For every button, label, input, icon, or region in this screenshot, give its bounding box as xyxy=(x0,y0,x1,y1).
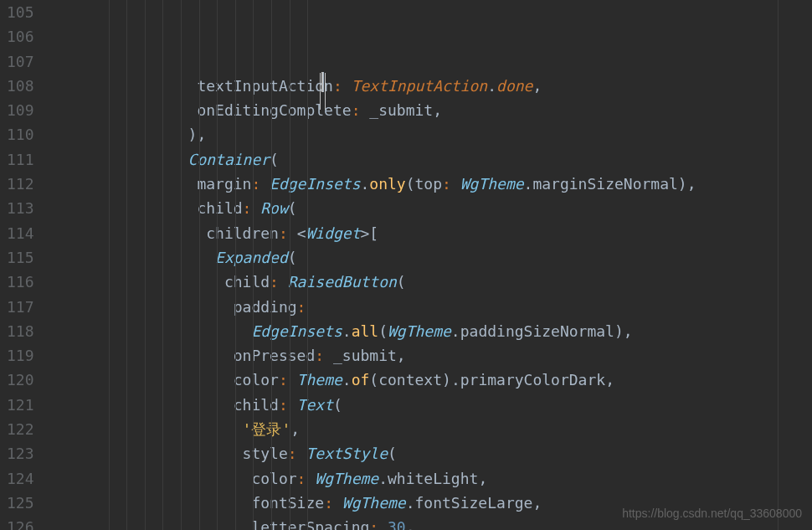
code-token: Widget xyxy=(306,224,360,242)
code-line[interactable]: ), xyxy=(52,122,696,147)
line-number: 109 xyxy=(7,98,33,122)
code-token: Container xyxy=(188,151,270,168)
code-token: ), xyxy=(188,126,207,143)
code-token: : xyxy=(251,175,270,193)
line-number: 117 xyxy=(7,295,33,319)
line-number-gutter: 1051061071081091101111121131141151161171… xyxy=(0,0,45,530)
code-token: marginSizeNormal xyxy=(532,175,677,193)
code-token: , xyxy=(406,518,415,530)
code-token: ( xyxy=(369,371,378,388)
code-token: ( xyxy=(288,199,297,217)
code-token: : xyxy=(243,199,261,217)
code-line[interactable]: textInputAction: TextInputAction.done, xyxy=(52,74,696,98)
line-number: 111 xyxy=(7,147,33,172)
code-token: fontSizeLarge xyxy=(415,494,533,512)
code-line[interactable]: '登录', xyxy=(52,417,696,441)
code-token: , xyxy=(532,494,542,512)
code-token: WgTheme xyxy=(388,322,451,340)
line-number: 108 xyxy=(7,74,33,98)
code-line[interactable]: fontSize: WgTheme.fontSizeLarge, xyxy=(52,491,696,515)
code-token: ). xyxy=(442,371,460,388)
code-token: WgTheme xyxy=(342,494,406,512)
code-token: : xyxy=(279,371,297,388)
code-token: primaryColorDark xyxy=(460,371,605,388)
code-token: TextInputAction xyxy=(352,77,488,95)
code-token: paddingSizeNormal xyxy=(460,322,614,340)
code-line[interactable]: child: Text( xyxy=(52,393,696,417)
code-token: : xyxy=(315,347,333,364)
code-token: , xyxy=(290,420,300,438)
line-number: 107 xyxy=(7,49,33,74)
code-token: ( xyxy=(397,273,406,291)
code-token: all xyxy=(352,322,379,340)
code-token: EdgeInsets xyxy=(270,175,360,193)
code-token: , xyxy=(605,371,614,388)
code-token: : xyxy=(442,175,460,193)
code-line[interactable]: color: Theme.of(context).primaryColorDar… xyxy=(52,368,696,392)
line-number: 121 xyxy=(7,393,33,417)
code-area[interactable]: textInputAction: TextInputAction.done, o… xyxy=(45,0,696,530)
code-token: 30 xyxy=(388,518,406,530)
code-token: EdgeInsets xyxy=(251,322,342,340)
code-line[interactable]: margin: EdgeInsets.only(top: WgTheme.mar… xyxy=(52,172,696,196)
code-token: ), xyxy=(678,175,696,193)
code-line[interactable]: EdgeInsets.all(WgTheme.paddingSizeNormal… xyxy=(52,319,696,343)
code-line[interactable]: Container( xyxy=(52,147,696,172)
code-token: ( xyxy=(388,445,397,462)
code-token: child xyxy=(234,396,279,414)
code-token: done xyxy=(496,77,532,95)
code-token: children xyxy=(206,224,279,242)
code-line[interactable]: child: Row( xyxy=(52,196,696,220)
code-line[interactable]: letterSpacing: 30, xyxy=(52,515,696,530)
code-line[interactable]: child: RaisedButton( xyxy=(52,270,696,294)
line-number: 125 xyxy=(7,491,33,515)
code-token: : xyxy=(279,224,297,242)
code-token: Text xyxy=(297,396,333,414)
code-token: , xyxy=(433,101,442,119)
code-line[interactable]: style: TextStyle( xyxy=(52,441,696,466)
code-editor[interactable]: 1051061071081091101111121131141151161171… xyxy=(0,0,812,530)
line-number: 122 xyxy=(7,417,33,441)
code-token: WgTheme xyxy=(315,470,378,487)
code-token: RaisedButton xyxy=(288,273,397,291)
code-token: : xyxy=(333,77,352,95)
code-token: whiteLight xyxy=(388,470,478,487)
code-token: : xyxy=(288,445,306,462)
code-token: ( xyxy=(406,175,415,193)
code-token: ( xyxy=(333,396,342,414)
code-token: _submit xyxy=(369,101,433,119)
code-token: onEditingComplete xyxy=(197,101,351,119)
code-token: , xyxy=(532,77,542,95)
line-number: 114 xyxy=(7,221,33,245)
code-line[interactable]: children: <Widget>[ xyxy=(52,221,696,245)
line-number: 110 xyxy=(7,122,33,147)
code-token: Expanded xyxy=(215,249,288,266)
code-token: child xyxy=(224,273,270,291)
code-token: . xyxy=(342,322,352,340)
line-number: 113 xyxy=(7,196,33,220)
code-token: . xyxy=(487,77,496,95)
code-token: : xyxy=(324,494,342,512)
code-line[interactable]: onEditingComplete: _submit, xyxy=(52,98,696,122)
code-token: only xyxy=(369,175,405,193)
line-number: 119 xyxy=(7,343,33,368)
code-token: . xyxy=(524,175,533,193)
code-token: '登录' xyxy=(243,420,291,438)
line-number: 116 xyxy=(7,270,33,294)
code-line[interactable]: color: WgTheme.whiteLight, xyxy=(52,466,696,491)
code-token: of xyxy=(352,371,370,388)
line-number: 123 xyxy=(7,441,33,466)
code-token: child xyxy=(197,199,242,217)
line-number: 120 xyxy=(7,368,33,392)
line-number: 115 xyxy=(7,245,33,270)
code-token: . xyxy=(451,322,460,340)
code-line[interactable]: onPressed: _submit, xyxy=(52,343,696,368)
code-token: margin xyxy=(197,175,251,193)
code-token: . xyxy=(360,175,369,193)
code-token: ), xyxy=(614,322,633,340)
code-line[interactable]: Expanded( xyxy=(52,245,696,270)
code-token: ( xyxy=(378,322,388,340)
code-token: : xyxy=(279,396,297,414)
line-number: 106 xyxy=(7,24,33,49)
code-line[interactable]: padding: xyxy=(52,295,696,319)
